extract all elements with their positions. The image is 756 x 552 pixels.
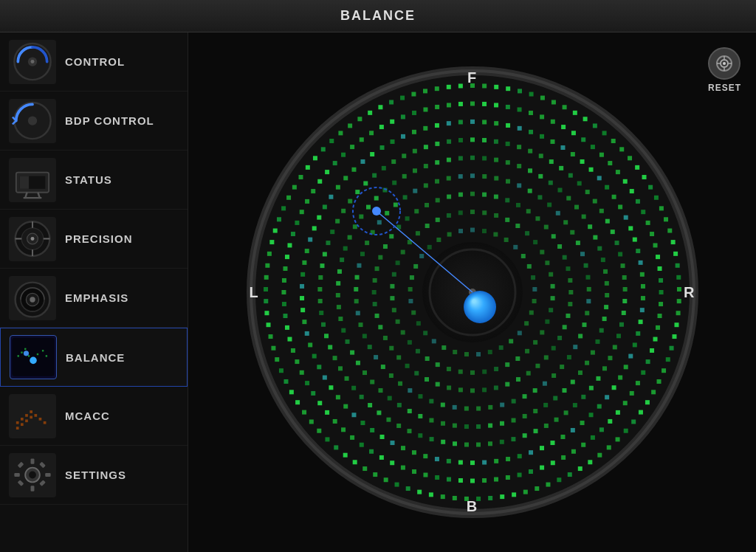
sidebar-item-emphasis[interactable]: EMPHASIS [0, 269, 188, 328]
sidebar-item-mcacc-label: MCACC [65, 410, 110, 422]
svg-line-5 [13, 121, 16, 125]
control-icon [9, 40, 56, 84]
sidebar-item-bdp-control[interactable]: BDP CONTROL [0, 92, 188, 151]
svg-rect-44 [21, 423, 24, 426]
svg-point-34 [24, 351, 29, 356]
svg-point-2 [31, 60, 35, 63]
reset-label: RESET [708, 83, 741, 93]
sidebar-item-settings-label: SETTINGS [65, 469, 126, 481]
svg-rect-56 [39, 462, 46, 469]
status-icon [9, 158, 56, 202]
svg-rect-54 [39, 480, 46, 486]
svg-rect-55 [18, 480, 24, 486]
svg-rect-40 [34, 414, 37, 417]
page-title: BALANCE [340, 8, 416, 24]
svg-rect-39 [30, 410, 32, 413]
direction-front: F [467, 69, 477, 86]
sidebar-item-precision[interactable]: PRECISION [0, 210, 188, 269]
sidebar-item-control[interactable]: CONTROL [0, 32, 188, 92]
svg-rect-41 [39, 418, 42, 421]
direction-back: B [467, 498, 478, 515]
app-header: BALANCE [0, 0, 756, 32]
sidebar-item-precision-label: PRECISION [65, 232, 133, 245]
svg-rect-43 [16, 427, 19, 429]
svg-rect-31 [37, 353, 38, 355]
balance-wheel[interactable]: F B L R [236, 56, 709, 528]
svg-rect-38 [25, 414, 28, 417]
svg-point-24 [30, 297, 35, 302]
bdp-control-icon [9, 99, 56, 143]
sidebar: CONTROL BDP CONTROL [0, 32, 188, 552]
reset-button[interactable]: RESET [708, 47, 741, 93]
svg-rect-45 [25, 419, 28, 422]
settings-icon [9, 453, 56, 497]
sidebar-item-balance[interactable]: BALANCE [0, 328, 188, 387]
sidebar-item-status-label: STATUS [65, 173, 112, 186]
precision-icon [9, 217, 56, 261]
sidebar-item-balance-label: BALANCE [66, 351, 125, 364]
svg-rect-46 [30, 416, 32, 419]
svg-rect-29 [28, 356, 30, 357]
svg-rect-36 [16, 421, 19, 424]
svg-rect-42 [44, 421, 47, 424]
svg-rect-26 [18, 356, 19, 357]
svg-rect-9 [20, 176, 29, 189]
sidebar-item-settings[interactable]: SETTINGS [0, 446, 188, 505]
content-area: RESET F B L R [188, 32, 756, 552]
svg-point-6 [28, 116, 37, 125]
svg-rect-52 [45, 473, 50, 477]
svg-rect-28 [24, 348, 26, 350]
direction-left: L [250, 284, 259, 301]
sidebar-item-emphasis-label: EMPHASIS [65, 291, 128, 304]
sidebar-item-bdp-label: BDP CONTROL [65, 114, 154, 127]
svg-point-59 [723, 62, 726, 65]
svg-rect-27 [21, 352, 22, 353]
sidebar-item-control-label: CONTROL [65, 55, 125, 68]
main-layout: CONTROL BDP CONTROL [0, 32, 756, 552]
emphasis-icon [9, 276, 56, 320]
reset-icon [708, 47, 740, 80]
svg-rect-32 [42, 350, 44, 351]
svg-point-20 [31, 237, 35, 241]
mcacc-icon [9, 394, 56, 438]
svg-rect-33 [46, 356, 47, 357]
svg-rect-51 [14, 473, 19, 477]
sidebar-item-mcacc[interactable]: MCACC [0, 387, 188, 446]
balance-nav-icon [10, 335, 57, 379]
svg-rect-50 [31, 486, 35, 491]
svg-rect-37 [21, 418, 24, 421]
svg-rect-53 [18, 462, 24, 469]
sidebar-item-status[interactable]: STATUS [0, 151, 188, 210]
svg-point-48 [29, 472, 36, 479]
svg-rect-49 [31, 458, 35, 463]
direction-right: R [684, 284, 695, 301]
balance-canvas[interactable] [236, 56, 709, 528]
svg-point-35 [30, 357, 37, 365]
